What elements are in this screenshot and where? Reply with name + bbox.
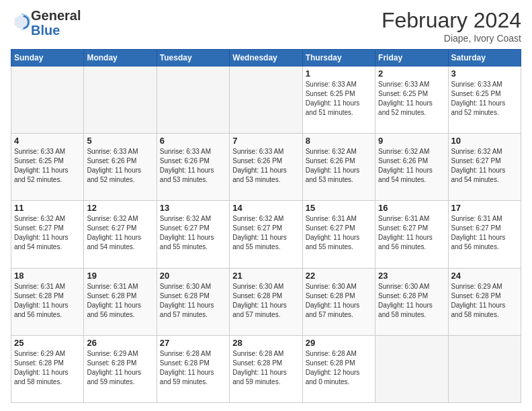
logo-blue: Blue	[31, 23, 81, 38]
calendar-cell: 12Sunrise: 6:32 AM Sunset: 6:27 PM Dayli…	[84, 201, 157, 268]
day-number: 17	[451, 203, 518, 213]
day-number: 25	[14, 338, 81, 348]
day-info: Sunrise: 6:33 AM Sunset: 6:25 PM Dayligh…	[451, 80, 518, 118]
calendar-cell: 9Sunrise: 6:32 AM Sunset: 6:26 PM Daylig…	[375, 134, 448, 201]
calendar-week-1: 1Sunrise: 6:33 AM Sunset: 6:25 PM Daylig…	[11, 66, 521, 134]
day-info: Sunrise: 6:33 AM Sunset: 6:25 PM Dayligh…	[14, 147, 81, 185]
day-info: Sunrise: 6:30 AM Sunset: 6:28 PM Dayligh…	[306, 282, 372, 320]
day-info: Sunrise: 6:29 AM Sunset: 6:28 PM Dayligh…	[14, 349, 81, 387]
page-header: General Blue February 2024 Diape, Ivory …	[11, 8, 521, 44]
calendar-cell: 4Sunrise: 6:33 AM Sunset: 6:25 PM Daylig…	[11, 134, 84, 201]
day-info: Sunrise: 6:32 AM Sunset: 6:26 PM Dayligh…	[378, 147, 445, 185]
calendar-cell: 8Sunrise: 6:32 AM Sunset: 6:26 PM Daylig…	[302, 134, 375, 201]
day-number: 14	[232, 203, 299, 213]
calendar-cell	[157, 66, 229, 134]
calendar-cell	[375, 335, 448, 402]
day-info: Sunrise: 6:29 AM Sunset: 6:28 PM Dayligh…	[87, 349, 153, 387]
day-number: 6	[160, 136, 226, 146]
day-info: Sunrise: 6:33 AM Sunset: 6:25 PM Dayligh…	[306, 80, 372, 118]
calendar-cell: 1Sunrise: 6:33 AM Sunset: 6:25 PM Daylig…	[302, 66, 375, 134]
calendar-week-5: 25Sunrise: 6:29 AM Sunset: 6:28 PM Dayli…	[11, 335, 521, 402]
day-number: 19	[87, 271, 153, 281]
day-info: Sunrise: 6:33 AM Sunset: 6:26 PM Dayligh…	[232, 147, 299, 185]
day-info: Sunrise: 6:32 AM Sunset: 6:27 PM Dayligh…	[232, 214, 299, 252]
day-number: 3	[451, 68, 518, 79]
calendar-cell	[11, 66, 84, 134]
day-number: 22	[306, 271, 372, 281]
day-number: 23	[378, 271, 445, 281]
day-info: Sunrise: 6:28 AM Sunset: 6:28 PM Dayligh…	[160, 349, 226, 387]
calendar-cell: 25Sunrise: 6:29 AM Sunset: 6:28 PM Dayli…	[11, 335, 84, 402]
day-info: Sunrise: 6:30 AM Sunset: 6:28 PM Dayligh…	[232, 282, 299, 320]
calendar-cell: 17Sunrise: 6:31 AM Sunset: 6:27 PM Dayli…	[448, 201, 521, 268]
day-number: 11	[14, 203, 81, 213]
day-info: Sunrise: 6:32 AM Sunset: 6:26 PM Dayligh…	[306, 147, 372, 185]
calendar-cell: 27Sunrise: 6:28 AM Sunset: 6:28 PM Dayli…	[157, 335, 229, 402]
calendar-header-wednesday: Wednesday	[230, 50, 302, 66]
day-number: 2	[378, 68, 445, 79]
day-number: 15	[306, 203, 372, 213]
day-number: 18	[14, 271, 81, 281]
calendar-cell: 6Sunrise: 6:33 AM Sunset: 6:26 PM Daylig…	[157, 134, 229, 201]
day-number: 21	[232, 271, 299, 281]
day-number: 26	[87, 338, 153, 348]
day-number: 24	[451, 271, 518, 281]
calendar-header-thursday: Thursday	[302, 50, 375, 66]
calendar-cell: 26Sunrise: 6:29 AM Sunset: 6:28 PM Dayli…	[84, 335, 157, 402]
title-block: February 2024 Diape, Ivory Coast	[382, 8, 521, 44]
day-number: 29	[306, 338, 372, 348]
calendar-header-monday: Monday	[84, 50, 157, 66]
calendar-cell: 11Sunrise: 6:32 AM Sunset: 6:27 PM Dayli…	[11, 201, 84, 268]
calendar-table: SundayMondayTuesdayWednesdayThursdayFrid…	[11, 49, 521, 403]
day-number: 7	[232, 136, 299, 146]
day-info: Sunrise: 6:28 AM Sunset: 6:28 PM Dayligh…	[306, 349, 372, 387]
calendar-header-saturday: Saturday	[448, 50, 521, 66]
calendar-cell: 16Sunrise: 6:31 AM Sunset: 6:27 PM Dayli…	[375, 201, 448, 268]
logo: General Blue	[11, 8, 81, 38]
calendar-cell: 20Sunrise: 6:30 AM Sunset: 6:28 PM Dayli…	[157, 268, 229, 335]
day-number: 13	[160, 203, 226, 213]
day-number: 8	[306, 136, 372, 146]
day-info: Sunrise: 6:31 AM Sunset: 6:28 PM Dayligh…	[14, 282, 81, 320]
calendar-cell: 24Sunrise: 6:29 AM Sunset: 6:28 PM Dayli…	[448, 268, 521, 335]
day-info: Sunrise: 6:32 AM Sunset: 6:27 PM Dayligh…	[451, 147, 518, 185]
day-info: Sunrise: 6:28 AM Sunset: 6:28 PM Dayligh…	[232, 349, 299, 387]
calendar-cell	[84, 66, 157, 134]
calendar-cell: 7Sunrise: 6:33 AM Sunset: 6:26 PM Daylig…	[230, 134, 302, 201]
calendar-week-2: 4Sunrise: 6:33 AM Sunset: 6:25 PM Daylig…	[11, 134, 521, 201]
calendar-cell: 23Sunrise: 6:30 AM Sunset: 6:28 PM Dayli…	[375, 268, 448, 335]
calendar-cell	[230, 66, 302, 134]
day-info: Sunrise: 6:33 AM Sunset: 6:25 PM Dayligh…	[378, 80, 445, 118]
day-number: 28	[232, 338, 299, 348]
calendar-header-friday: Friday	[375, 50, 448, 66]
calendar-cell: 28Sunrise: 6:28 AM Sunset: 6:28 PM Dayli…	[230, 335, 302, 402]
logo-general: General	[31, 8, 81, 23]
calendar-cell: 2Sunrise: 6:33 AM Sunset: 6:25 PM Daylig…	[375, 66, 448, 134]
day-info: Sunrise: 6:30 AM Sunset: 6:28 PM Dayligh…	[378, 282, 445, 320]
day-info: Sunrise: 6:31 AM Sunset: 6:27 PM Dayligh…	[306, 214, 372, 252]
calendar-header-row: SundayMondayTuesdayWednesdayThursdayFrid…	[11, 50, 521, 66]
day-number: 12	[87, 203, 153, 213]
day-info: Sunrise: 6:29 AM Sunset: 6:28 PM Dayligh…	[451, 282, 518, 320]
day-info: Sunrise: 6:32 AM Sunset: 6:27 PM Dayligh…	[87, 214, 153, 252]
calendar-header-sunday: Sunday	[11, 50, 84, 66]
day-info: Sunrise: 6:33 AM Sunset: 6:26 PM Dayligh…	[160, 147, 226, 185]
calendar-cell: 13Sunrise: 6:32 AM Sunset: 6:27 PM Dayli…	[157, 201, 229, 268]
calendar-cell: 3Sunrise: 6:33 AM Sunset: 6:25 PM Daylig…	[448, 66, 521, 134]
calendar-cell: 5Sunrise: 6:33 AM Sunset: 6:26 PM Daylig…	[84, 134, 157, 201]
day-number: 5	[87, 136, 153, 146]
day-number: 16	[378, 203, 445, 213]
calendar-cell: 10Sunrise: 6:32 AM Sunset: 6:27 PM Dayli…	[448, 134, 521, 201]
calendar-cell: 14Sunrise: 6:32 AM Sunset: 6:27 PM Dayli…	[230, 201, 302, 268]
calendar-header-tuesday: Tuesday	[157, 50, 229, 66]
calendar-week-4: 18Sunrise: 6:31 AM Sunset: 6:28 PM Dayli…	[11, 268, 521, 335]
calendar-cell: 29Sunrise: 6:28 AM Sunset: 6:28 PM Dayli…	[302, 335, 375, 402]
day-number: 27	[160, 338, 226, 348]
day-info: Sunrise: 6:32 AM Sunset: 6:27 PM Dayligh…	[14, 214, 81, 252]
day-number: 9	[378, 136, 445, 146]
day-info: Sunrise: 6:30 AM Sunset: 6:28 PM Dayligh…	[160, 282, 226, 320]
calendar-week-3: 11Sunrise: 6:32 AM Sunset: 6:27 PM Dayli…	[11, 201, 521, 268]
day-info: Sunrise: 6:32 AM Sunset: 6:27 PM Dayligh…	[160, 214, 226, 252]
day-info: Sunrise: 6:31 AM Sunset: 6:27 PM Dayligh…	[378, 214, 445, 252]
calendar-cell	[448, 335, 521, 402]
